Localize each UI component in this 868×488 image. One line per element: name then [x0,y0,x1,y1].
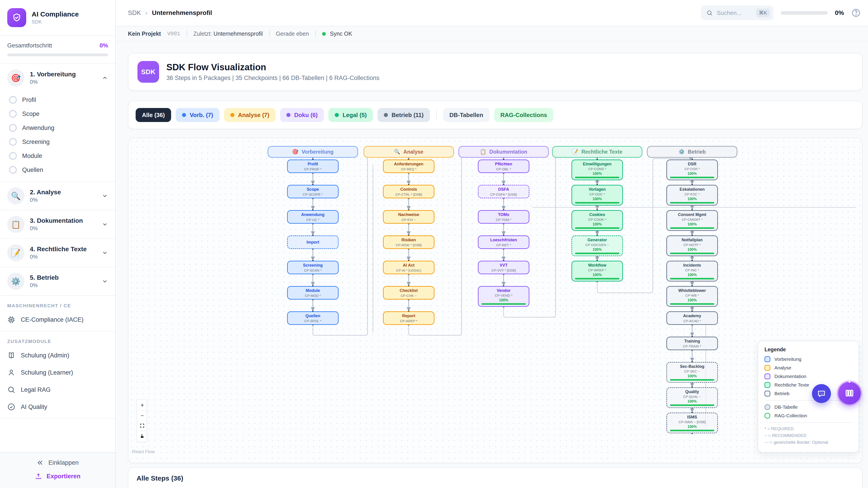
flow-node-training[interactable]: TrainingCP-TRAIN * [666,337,718,350]
flow-node-screening[interactable]: ScreeningCP-SCAN * [287,261,339,274]
node-code: CP-CONS * [588,167,606,171]
sidebar-phase-1[interactable]: 🎯1. Vorbereitung0% [0,64,115,92]
filter-dot [335,113,339,117]
sidebar-item-module[interactable]: Module [0,149,115,163]
flow-node-quality[interactable]: QualityCP-QUAL ~100% [666,387,718,408]
app-window: AI Compliance SDK Gesamtfortschritt 0% 🎯… [0,0,868,488]
phase-group: 🎯1. Vorbereitung0%ProfilScopeAnwendungSc… [0,64,115,182]
flow-node-workflow[interactable]: WorkflowCP-WRKF *100% [571,261,623,282]
sidebar-item-scope[interactable]: Scope [0,107,115,121]
breadcrumb-root[interactable]: SDK [128,9,141,17]
flow-node-consent-mgmt[interactable]: Consent MgmtCP-CMGMT *100% [666,210,718,231]
flow-node-cookies[interactable]: CookiesCP-COOK *100% [571,210,623,231]
filter-pill-doku-6-[interactable]: Doku (6) [280,108,324,122]
flow-node-dsr[interactable]: DSRCP-DSR *100% [666,160,718,180]
kanban-panel-button[interactable] [838,382,861,404]
flow-node-anforderungen[interactable]: AnforderungenCP-REQ * [383,160,434,173]
filter-pill-analyse-7-[interactable]: Analyse (7) [224,108,276,122]
sidebar-item-schulung-admin-[interactable]: Schulung (Admin) [0,347,115,364]
flow-node-ai-act[interactable]: AI ActCP-AI * [LEGAL] [383,261,434,274]
node-code: CP-REQ * [401,167,416,171]
help-icon[interactable] [851,8,861,18]
flow-node-vendor[interactable]: VendorCP-VEND *100% [478,286,529,307]
flow-node-whistleblower[interactable]: WhistleblowerCP-WB *100% [666,286,718,307]
node-progress-value: 100% [688,399,697,403]
flow-node-notfallplan[interactable]: NotfallplanCP-NOTF *100% [666,235,718,256]
app-title: AI Compliance [32,10,79,18]
node-progress-value: 100% [688,273,697,277]
flow-node-sec-backlog[interactable]: Sec-BacklogCP-SEC ~100% [666,362,718,383]
node-code: CP-ESC * [685,192,700,196]
flow-node-einwilligungen[interactable]: EinwilligungenCP-CONS *100% [571,160,623,180]
flow-node-risiken[interactable]: RisikenCP-RISK * [DSB] [383,235,434,249]
node-code: CP-MOD * [305,294,321,297]
lock-toggle-button[interactable] [137,431,147,442]
fit-view-button[interactable] [137,421,147,431]
phase-icon: 🎯 [7,69,24,87]
last-label: Zuletzt: [193,31,212,37]
flow-node-import[interactable]: Import [287,235,339,249]
phase-subitems: ProfilScopeAnwendungScreeningModuleQuell… [0,92,115,182]
zoom-in-button[interactable]: ＋ [137,400,147,410]
sidebar-item-label: Module [22,153,42,160]
sidebar-item-ai-quality[interactable]: AI Quality [0,398,115,416]
flow-node-academy[interactable]: AcademyCP-ACAD * [666,311,718,325]
sidebar-item-quellen[interactable]: Quellen [0,163,115,177]
divider [436,109,437,121]
filter-pill-rag-collections[interactable]: RAG-Collections [494,108,554,122]
sidebar-footer: Einklappen Exportieren [0,452,115,488]
flow-canvas[interactable]: 🎯VorbereitungProfilCP-PROF *ScopeCP-SCOP… [128,138,863,463]
chat-icon [817,389,826,398]
sidebar-phase-5[interactable]: ⚙️5. Betrieb0% [0,267,115,295]
flow-node-module[interactable]: ModuleCP-MOD * [287,286,339,300]
flow-node-incidents[interactable]: IncidentsCP-INC *100% [666,261,718,282]
sidebar-phase-2[interactable]: 🔍2. Analyse0% [0,182,115,210]
node-title: Training [684,339,700,344]
filter-pill-vorb-7-[interactable]: Vorb. (7) [176,108,219,122]
flow-node-nachweise[interactable]: NachweiseCP-EVI ~ [383,210,434,224]
collapse-sidebar-button[interactable]: Einklappen [37,459,79,466]
node-title: DSFA [498,187,509,192]
flow-node-toms[interactable]: TOMsCP-TOM * [478,210,529,224]
sidebar-phase-4[interactable]: 📝4. Rechtliche Texte0% [0,239,115,267]
flow-node-scope[interactable]: ScopeCP-SCOPE * [287,185,339,198]
sidebar-item-ce-compliance-iace-[interactable]: CE-Compliance (IACE) [0,311,115,328]
flow-node-pflichten[interactable]: PflichtenCP-OBL * [478,160,529,173]
flow-node-checklist[interactable]: ChecklistCP-CHK ~ [383,286,434,300]
breadcrumb-chevron-icon: › [146,9,148,17]
filter-pill-legal-5-[interactable]: Legal (5) [329,108,373,122]
flow-node-dsfa[interactable]: DSFACP-DSFA * [DSB] [478,185,529,198]
flow-node-loeschfristen[interactable]: LoeschfristenCP-RET * [478,235,529,249]
node-title: Report [402,313,415,319]
sidebar-item-label: AI Quality [21,403,47,411]
filter-pill-alle-36-[interactable]: Alle (36) [135,108,171,122]
export-button[interactable]: Exportieren [35,473,81,480]
sidebar-item-schulung-learner-[interactable]: Schulung (Learner) [0,364,115,381]
flow-node-quellen[interactable]: QuellenCP-SPOL * [287,311,339,325]
sidebar-item-legal-rag[interactable]: Legal RAG [0,381,115,398]
flow-node-report[interactable]: ReportCP-AREP * [383,311,434,325]
flow-node-vorlagen[interactable]: VorlagenCP-DOC *100% [571,185,623,205]
filter-pill-db-tabellen[interactable]: DB-Tabellen [443,108,490,122]
zoom-out-button[interactable]: － [137,410,147,421]
chat-button[interactable] [812,384,831,403]
node-progress-value: 100% [688,248,697,252]
flow-node-controls[interactable]: ControlsCP-CTRL * [DSB] [383,185,434,198]
flow-node-profil[interactable]: ProfilCP-PROF * [287,160,339,173]
content: SDK SDK Flow Visualization 36 Steps in 5… [116,41,868,488]
node-title: Loeschfristen [490,237,517,242]
sidebar-item-profil[interactable]: Profil [0,93,115,107]
sidebar-phase-3[interactable]: 📋3. Dokumentation0% [0,210,115,238]
node-title: DSR [688,162,696,167]
step-status-circle [9,96,17,104]
flow-node-vvt[interactable]: VVTCP-VVT * [DSB] [478,261,529,274]
sidebar-item-anwendung[interactable]: Anwendung [0,121,115,135]
sidebar-item-screening[interactable]: Screening [0,135,115,149]
filter-pill-betrieb-11-[interactable]: Betrieb (11) [377,108,430,122]
flow-node-eskalationen[interactable]: EskalationenCP-ESC *100% [666,185,718,205]
search-input[interactable]: Suchen... ⌘K [701,5,774,20]
flow-node-anwendung[interactable]: AnwendungCP-UC * [287,210,339,224]
flow-node-generator[interactable]: GeneratorCP-DOCGEN ~100% [571,235,623,256]
node-code: CP-DOCGEN ~ [585,243,609,247]
flow-node-isms[interactable]: ISMSCP-ISMS ~ [DSB]100% [666,413,718,433]
